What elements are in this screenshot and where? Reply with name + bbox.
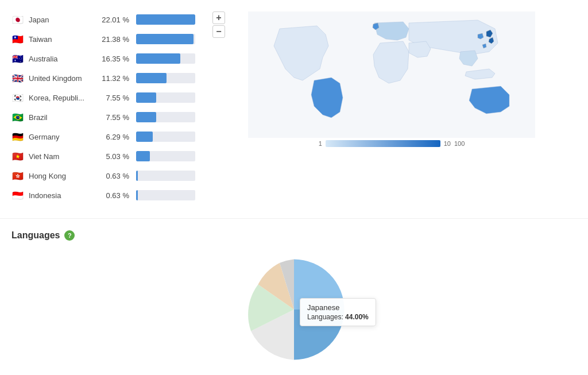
legend-max: 100	[454, 140, 465, 147]
country-bar-fill	[136, 34, 194, 44]
country-bar-fill	[136, 132, 153, 142]
country-row: 🇩🇪 Germany 6.29 %	[11, 129, 195, 145]
country-bar-container	[136, 14, 195, 25]
country-flag: 🇻🇳	[11, 152, 24, 161]
country-bar-fill	[136, 14, 195, 25]
country-flag: 🇭🇰	[11, 171, 24, 180]
country-bar-fill	[136, 112, 156, 122]
section-title-text: Languages	[11, 230, 60, 241]
country-flag: 🇹🇼	[11, 34, 24, 44]
country-name: Korea, Republi...	[29, 94, 98, 102]
country-pct: 21.38 %	[98, 35, 129, 44]
pie-chart	[219, 252, 369, 367]
country-flag: 🇦🇺	[11, 54, 24, 63]
country-pct: 0.63 %	[98, 191, 129, 200]
country-row: 🇰🇷 Korea, Republi... 7.55 %	[11, 90, 195, 106]
country-row: 🇭🇰 Hong Kong 0.63 %	[11, 168, 195, 184]
country-row: 🇬🇧 United Kingdom 11.32 %	[11, 70, 195, 86]
country-bar-container	[136, 151, 195, 161]
country-pct: 7.55 %	[98, 113, 129, 122]
map-section: + −	[207, 11, 577, 207]
section-header: Languages ?	[11, 230, 577, 241]
country-name: Japan	[29, 16, 98, 24]
country-bar-fill	[136, 92, 156, 103]
country-row: 🇦🇺 Australia 16.35 %	[11, 51, 195, 67]
country-list: 🇯🇵 Japan 22.01 % 🇹🇼 Taiwan 21.38 % 🇦🇺 Au…	[11, 11, 195, 207]
country-name: Germany	[29, 133, 98, 141]
country-bar-container	[136, 92, 195, 103]
country-bar-container	[136, 171, 195, 181]
country-flag: 🇮🇩	[11, 191, 24, 200]
country-name: Indonesia	[29, 191, 98, 200]
country-name: United Kingdom	[29, 74, 98, 83]
country-pct: 16.35 %	[98, 55, 129, 63]
country-pct: 22.01 %	[98, 16, 129, 24]
country-name: Australia	[29, 55, 98, 63]
help-icon[interactable]: ?	[64, 230, 75, 241]
country-pct: 11.32 %	[98, 74, 129, 83]
legend-mid: 10	[444, 140, 451, 147]
country-bar-container	[136, 112, 195, 122]
country-bar-container	[136, 34, 195, 44]
country-flag: 🇩🇪	[11, 132, 24, 141]
country-row: 🇧🇷 Brazil 7.55 %	[11, 109, 195, 125]
main-container: 🇯🇵 Japan 22.01 % 🇹🇼 Taiwan 21.38 % 🇦🇺 Au…	[0, 0, 588, 375]
zoom-in-button[interactable]: +	[212, 11, 225, 24]
country-row: 🇻🇳 Viet Nam 5.03 %	[11, 148, 195, 164]
country-flag: 🇧🇷	[11, 113, 24, 122]
country-pct: 5.03 %	[98, 152, 129, 161]
country-row: 🇹🇼 Taiwan 21.38 %	[11, 31, 195, 47]
branding: ⚡ MobileAction	[0, 373, 588, 375]
country-flag: 🇯🇵	[11, 15, 24, 24]
country-bar-fill	[136, 151, 150, 161]
country-bar-container	[136, 132, 195, 142]
country-flag: 🇰🇷	[11, 93, 24, 102]
map-legend: 1 10 100	[319, 140, 465, 147]
zoom-out-button[interactable]: −	[212, 25, 225, 38]
country-row: 🇯🇵 Japan 22.01 %	[11, 11, 195, 28]
country-name: Viet Nam	[29, 152, 98, 161]
map-controls: + −	[212, 11, 225, 38]
country-name: Brazil	[29, 113, 98, 122]
country-pct: 7.55 %	[98, 94, 129, 102]
country-flag: 🇬🇧	[11, 74, 24, 83]
top-section: 🇯🇵 Japan 22.01 % 🇹🇼 Taiwan 21.38 % 🇦🇺 Au…	[0, 6, 588, 212]
country-name: Hong Kong	[29, 172, 98, 180]
country-pct: 0.63 %	[98, 172, 129, 180]
country-bar-fill	[136, 171, 138, 181]
languages-section: Languages ? Japanese	[0, 218, 588, 373]
country-bar-container	[136, 190, 195, 200]
legend-gradient	[326, 140, 440, 147]
country-bar-fill	[136, 73, 167, 83]
country-bar-fill	[136, 190, 138, 200]
country-row: 🇮🇩 Indonesia 0.63 %	[11, 187, 195, 203]
pie-chart-section: Japanese Languages: 44.00%	[11, 252, 577, 367]
country-bar-container	[136, 53, 195, 64]
country-pct: 6.29 %	[98, 133, 129, 141]
country-bar-fill	[136, 53, 180, 64]
legend-min: 1	[319, 140, 322, 147]
country-name: Taiwan	[29, 35, 98, 44]
world-map	[207, 11, 577, 138]
country-bar-container	[136, 73, 195, 83]
